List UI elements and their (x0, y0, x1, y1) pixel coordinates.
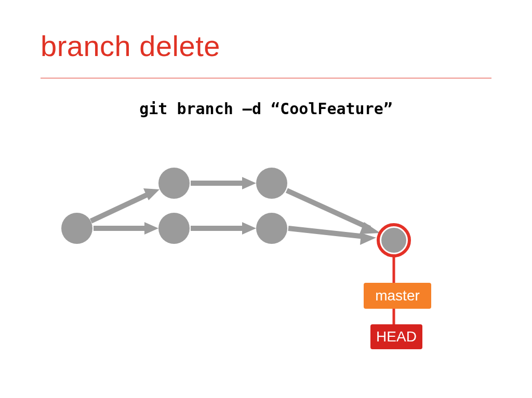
arrow-c0-c1 (94, 222, 158, 235)
svg-marker-5 (360, 233, 376, 245)
svg-line-4 (288, 228, 365, 237)
commit-t2 (256, 168, 287, 199)
arrow-c1-c2 (191, 222, 256, 235)
branch-label-master-text: master (375, 287, 420, 304)
commit-head (378, 225, 409, 256)
git-graph: master HEAD (0, 0, 532, 398)
svg-point-13 (381, 228, 406, 253)
svg-line-6 (91, 193, 151, 221)
commit-c1 (158, 213, 190, 244)
commit-t1 (158, 168, 190, 199)
branch-label-master: master (364, 283, 431, 309)
commit-c2 (256, 213, 287, 244)
arrow-t1-t2 (191, 177, 256, 189)
commit-c0 (61, 213, 92, 244)
svg-marker-1 (144, 222, 158, 235)
svg-marker-3 (242, 222, 256, 235)
svg-line-10 (287, 190, 370, 228)
slide: branch delete git branch –d “CoolFeature… (0, 0, 532, 398)
svg-marker-9 (242, 177, 256, 189)
head-label-text: HEAD (376, 328, 417, 345)
arrow-c0-t1 (91, 188, 159, 221)
head-label: HEAD (370, 324, 422, 349)
